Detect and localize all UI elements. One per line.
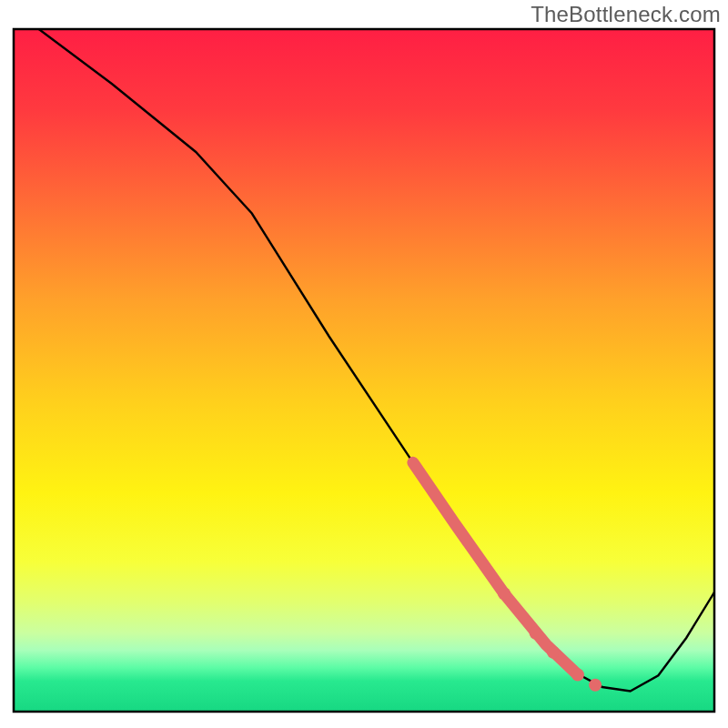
highlight-dot [530,627,542,640]
highlight-dot [498,587,511,600]
highlight-dot [547,646,560,659]
highlight-dot [571,669,584,682]
bottleneck-chart [0,0,728,728]
plot-area [14,29,714,712]
gradient-background [14,29,714,712]
highlight-dot [589,679,602,692]
chart-container: TheBottleneck.com [0,0,728,728]
watermark-text: TheBottleneck.com [531,2,721,27]
